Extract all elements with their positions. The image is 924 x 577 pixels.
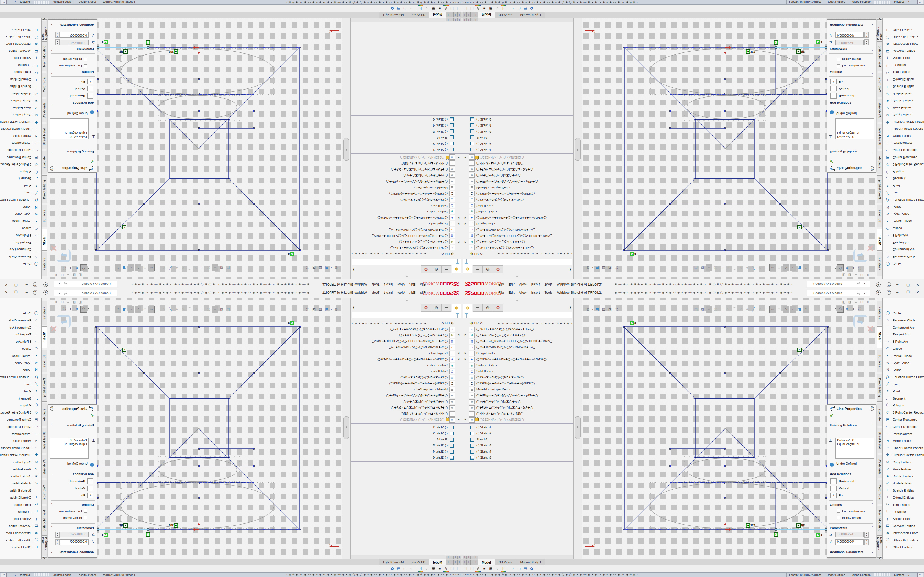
tool-move-entities[interactable]: ↗Move Entities — [883, 466, 924, 473]
ok-button[interactable]: ✔ — [830, 413, 834, 418]
cm-tab-sheet-metal[interactable]: Sheet Metal — [877, 427, 883, 453]
add-relation-horizontal[interactable]: —Horizontal — [70, 479, 94, 484]
tree-row[interactable]: ◈Surface Bodies — [462, 363, 573, 369]
tags-icon[interactable]: ✎ — [918, 0, 923, 4]
tree-row[interactable]: ∟◯ИN∘ς6∘♟◎◯∘◯◎♟∘6ς∘NИ◯ — [351, 160, 462, 166]
user-account-icon[interactable]: ◉ — [876, 282, 880, 287]
sketch-list-item[interactable]: (-) Sketch5 — [462, 128, 573, 134]
tree-row[interactable]: ◔◯2S♟◎2SИNƎS2◯∘◯2SƎNИS2◎♟S2◯ — [351, 344, 462, 350]
bottom-toolbar-icon[interactable]: ◷ — [516, 566, 522, 572]
tool-center-rectangle[interactable]: ▣Center Rectangle — [883, 416, 924, 424]
spinner[interactable]: ▲▼ — [55, 39, 60, 45]
bottom-toolbar-icon[interactable]: ◷ — [402, 566, 408, 572]
tool-circular-sketch-pattern[interactable]: ✥Circular Sketch Pattern — [0, 452, 41, 459]
cm-tab-sheet-metal[interactable]: Sheet Metal — [877, 124, 883, 150]
add-relation-fix[interactable]: ⚓Fix — [830, 78, 843, 84]
tool-3-point-arc[interactable]: ⌓3 Point Arc — [0, 232, 41, 239]
cm-tab-weldments[interactable]: Weldments — [41, 98, 47, 122]
bottom-toolbar-icon[interactable]: Ŀ — [418, 5, 423, 11]
bottom-toolbar-icon[interactable]: ▤ — [522, 566, 528, 572]
tree-row[interactable]: ▶↺◯⋏♟◎✚2S∘Ƹ◯∘◯Ƹ∘S2✚◎♟⋏◯ — [462, 239, 573, 245]
tool-intersection-curve[interactable]: ≋Intersection Curve — [883, 530, 924, 537]
expander-icon[interactable]: ▶ — [465, 418, 467, 421]
tool-point[interactable]: ▪Point — [0, 388, 41, 395]
tree-row[interactable]: ▶A◯2SИN◎∘✚A✚◎ИNA◯∘◯AИN◎✚A✚∘◎NИS2◯ — [462, 356, 573, 363]
tool-3-point-center-recta-[interactable]: ◇3 Point Center Recta... — [0, 409, 41, 416]
tree-row[interactable]: ⬗TЯPDL2.◉ ƎE ◉ Ш ◉ ◉ ◉ ✥ ◉ ƆC ◉ ƎE ◉ ✦ ◉… — [351, 251, 462, 257]
search-icon[interactable] — [857, 283, 859, 285]
relation-item[interactable]: Equal length109 — [836, 442, 874, 446]
tool-fit-spline[interactable]: Ɩ_Fit Spline — [0, 508, 41, 516]
tool-point[interactable]: ▪Point — [883, 182, 924, 189]
tool-tangent-arc[interactable]: ⌐Tangent Arc — [883, 331, 924, 338]
tool-centerpoint-arc[interactable]: ⌒Centerpoint Arc — [0, 324, 41, 331]
cm-tab-mesh-modeling[interactable]: Mesh Modeling — [877, 506, 883, 535]
minimize-button[interactable]: – — [897, 283, 898, 287]
expander-icon[interactable]: ▶ — [465, 334, 467, 336]
bottom-toolbar-icon[interactable]: ▤ — [396, 5, 402, 11]
tree-row[interactable]: ▶▤◯2SƎИNA∩∙◯∘◯∙∩AИNƎS2◯ — [462, 417, 573, 423]
tool-perimeter-circle[interactable]: ◌Perimeter Circle — [883, 253, 924, 260]
tool-stretch-entities[interactable]: ĿStretch Entities — [883, 487, 924, 494]
bottom-toolbar-icon[interactable]: Ŀ — [501, 566, 506, 572]
spinner[interactable]: ▲▼ — [864, 539, 869, 545]
cm-tab-sketch[interactable]: Sketch — [41, 229, 47, 251]
bottom-toolbar-icon[interactable]: ❐ — [449, 566, 455, 572]
cm-tab-surfaces[interactable]: Surfaces — [41, 205, 47, 227]
tree-row[interactable]: ▱◯✚Ƹς6∘♟◯Ж⊙[◯∘◯]⊙Ж◯♟∘6ςƸ✚◯ — [462, 405, 573, 411]
doc-tab-3d-views[interactable]: 3D Views — [407, 11, 429, 18]
relation-item[interactable]: Equal length109 — [50, 131, 88, 135]
tool-parallelogram[interactable]: ▱Parallelogram — [883, 140, 924, 147]
tree-row[interactable]: ☆◯2SƎ✚∘♟◎ΛAΦ◯∘◯ΦAΛ◎♟∘✚ƎS2◯ — [462, 326, 573, 332]
tool-partial-ellipse[interactable]: ◖Partial Ellipse — [0, 353, 41, 359]
search-caret-icon[interactable]: ▾ — [59, 292, 60, 295]
option-infinite-length[interactable]: Infinite length — [837, 516, 861, 521]
tool-partial-ellipse[interactable]: ◖Partial Ellipse — [883, 353, 924, 359]
tree-row[interactable]: ⬗TЯPDL2.◉ ƎE ◉ Ш ◉ ◉ ◉ ✥ ◉ ƆC ◉ ƎE ◉ ✦ ◉… — [462, 251, 573, 257]
cm-tab-features[interactable]: Features — [41, 252, 47, 276]
relation-tag[interactable]: ∕ɜ — [798, 226, 803, 229]
tool-circular-sketch-pattern[interactable]: ✥Circular Sketch Pattern — [0, 118, 41, 125]
menu-edit[interactable]: Edit — [409, 282, 415, 286]
tool-ellipse[interactable]: ⬭Ellipse — [0, 345, 41, 353]
doc-nav-icon[interactable]: ⏴ — [454, 12, 457, 17]
tool-silhouette-entities[interactable]: ⛶Silhouette Entities — [0, 537, 41, 544]
cm-tab-sketch[interactable]: Sketch — [877, 229, 883, 251]
tool-corner-rectangle[interactable]: ▭Corner Rectangle — [0, 424, 41, 430]
tree-scrollbar[interactable]: ⏴⏴⏵⏵ — [351, 555, 462, 559]
relation-item[interactable]: Collinear108 — [836, 438, 874, 442]
bottom-toolbar-icon[interactable]: ❐ — [462, 566, 468, 572]
cm-tab-data-migration[interactable]: Data Migration — [41, 21, 47, 40]
tool-circle[interactable]: ◯Circle — [0, 310, 41, 317]
tool-fit-spline[interactable]: Ɩ_Fit Spline — [883, 61, 924, 69]
parameter-field[interactable]: ∠0.00000000°▲▼ — [829, 31, 869, 38]
relation-tag[interactable]: ∕ɜ — [121, 226, 126, 229]
tool-rotate-entities[interactable]: ↻Rotate Entities — [0, 473, 41, 480]
tool-center-rectangle[interactable]: ▣Center Rectangle — [0, 153, 41, 161]
relation-tag-equal109[interactable]: =109 — [118, 50, 128, 53]
cm-tab-features[interactable]: Features — [41, 301, 47, 325]
tool-silhouette-entities[interactable]: ⛶Silhouette Entities — [883, 537, 924, 544]
tool-segment[interactable]: ⋰Segment — [0, 175, 41, 182]
relation-tag[interactable]: ∕ɜ — [102, 533, 108, 537]
cm-tab-surfaces[interactable]: Surfaces — [41, 350, 47, 372]
sketch-list-item[interactable]: (-) Sketch4 — [351, 449, 462, 455]
doc-nav-icon[interactable]: ⏵ — [474, 560, 478, 565]
tags-icon[interactable]: ✎ — [1, 0, 6, 4]
splitter-handle[interactable] — [575, 138, 580, 161]
doc-tab-motion-study-1[interactable]: Motion Study 1 — [517, 559, 546, 566]
menu-insert[interactable]: Insert — [531, 291, 540, 295]
expander-icon[interactable]: ▶ — [457, 241, 459, 243]
tool-offset-entities[interactable]: ⊏Offset Entities — [0, 26, 41, 33]
doc-nav-icon[interactable]: ⏴ — [462, 12, 467, 17]
tree-row[interactable]: ▱◯✚ИN◎♟✦◯Ж⊙[◯∘◯]⊙Ж◯✦♟◎ИN✚◯ — [462, 178, 573, 184]
bottom-toolbar-icon[interactable]: ❐ — [449, 5, 455, 11]
sketch-list-item[interactable]: (-) Sketch2 — [351, 140, 462, 147]
tool-scale-entities[interactable]: ⤢Scale Entities — [0, 90, 41, 97]
display-tab[interactable]: ⊕ — [483, 304, 493, 311]
tool-move-entities[interactable]: ↗Move Entities — [0, 104, 41, 111]
bottom-toolbar-icon[interactable]: ▦ — [430, 566, 436, 572]
tree-row[interactable]: Σ◯2SИN◎∘✚A∩ªƎ◯∘◯Ǝª∩A✚∘◎NИS2◯ — [462, 380, 573, 387]
close-button[interactable]: ✕ — [916, 290, 919, 294]
display-tab[interactable]: ⊕ — [431, 266, 441, 273]
